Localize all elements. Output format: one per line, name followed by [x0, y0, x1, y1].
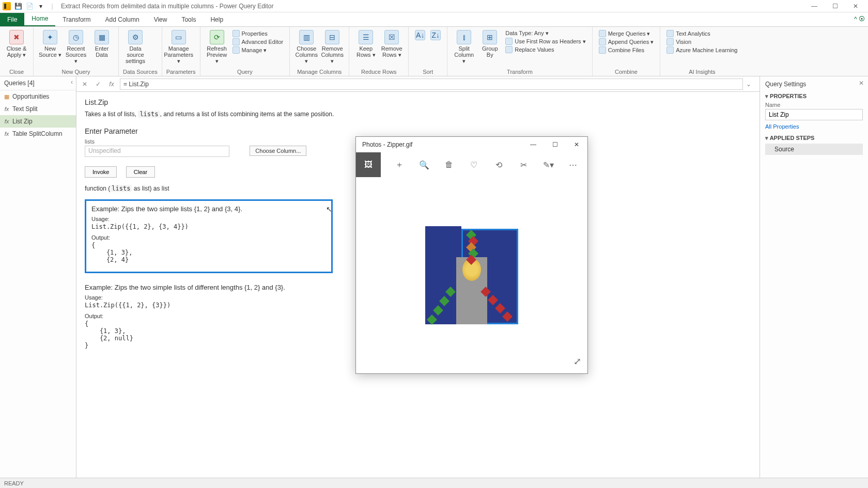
- tab-add-column[interactable]: Add Column: [98, 13, 147, 26]
- photos-favorite-icon[interactable]: ♡: [461, 152, 486, 177]
- qat-dropdown-icon[interactable]: ▾: [36, 2, 45, 11]
- photos-crop-icon[interactable]: ✂: [511, 152, 536, 177]
- sort-desc-button[interactable]: Z↓: [428, 29, 443, 42]
- queries-header-label: Queries [4]: [4, 80, 35, 87]
- tab-home[interactable]: Home: [24, 12, 55, 26]
- data-type-button[interactable]: Data Type: Any ▾: [505, 30, 585, 37]
- query-settings-close-icon[interactable]: ✕: [859, 80, 864, 87]
- photos-rotate-icon[interactable]: ⟲: [486, 152, 511, 177]
- step-source[interactable]: Source: [765, 144, 863, 155]
- photos-minimize-button[interactable]: —: [522, 137, 544, 152]
- name-input[interactable]: [765, 109, 863, 120]
- manage-parameters-label: ManageParameters ▾: [164, 45, 193, 64]
- data-source-settings-label: Data sourcesettings: [124, 45, 147, 64]
- all-properties-link[interactable]: All Properties: [765, 123, 863, 130]
- vision-button[interactable]: Vision: [667, 38, 737, 45]
- combine-files-button[interactable]: Combine Files: [599, 46, 654, 54]
- ribbon-collapse-icon[interactable]: ^ ⦿: [854, 15, 865, 23]
- merge-queries-button[interactable]: Merge Queries ▾: [599, 30, 654, 37]
- tab-transform[interactable]: Transform: [55, 13, 98, 26]
- group-query-label: Query: [205, 68, 286, 75]
- query-item-2[interactable]: fxList Zip: [0, 115, 76, 128]
- photos-more-icon[interactable]: ⋯: [561, 152, 585, 177]
- example-1-usage-label: Usage:: [91, 216, 326, 222]
- advanced-editor-button[interactable]: Advanced Editor: [233, 38, 284, 45]
- window-maximize-button[interactable]: ☐: [825, 0, 845, 12]
- query-item-3[interactable]: fxTable SplitColumn: [0, 128, 76, 140]
- title-bar: 💾 📄 ▾ | Extract Records from delimited d…: [0, 0, 868, 12]
- recent-sources-button[interactable]: ◷RecentSources ▾: [64, 29, 88, 65]
- photos-fullscreen-icon[interactable]: ⤢: [574, 356, 581, 367]
- properties-button[interactable]: Properties: [233, 30, 284, 37]
- properties-group-header[interactable]: PROPERTIES: [765, 93, 863, 100]
- save-icon[interactable]: 💾: [13, 2, 23, 11]
- doc-description: Takes a list of lists, lists, and return…: [85, 111, 751, 118]
- window-close-button[interactable]: ✕: [845, 0, 866, 12]
- undo-icon[interactable]: 📄: [25, 2, 34, 11]
- formula-fx-icon[interactable]: fx: [106, 79, 117, 89]
- example-1-output: { {1, 3}, {2, 4}: [91, 242, 326, 263]
- new-source-button[interactable]: ✦NewSource ▾: [38, 29, 63, 59]
- photos-delete-icon[interactable]: 🗑: [437, 152, 461, 177]
- example-1-title: Example: Zips the two simple lists {1, 2…: [91, 205, 326, 213]
- query-item-icon: fx: [3, 118, 10, 125]
- choose-columns-button[interactable]: ▥ChooseColumns ▾: [294, 29, 319, 65]
- photos-edit-icon[interactable]: ✎▾: [536, 152, 561, 177]
- close-apply-button[interactable]: ✖Close &Apply ▾: [4, 29, 29, 59]
- query-item-1[interactable]: fxText Split: [0, 103, 76, 115]
- split-column-button[interactable]: ⫿SplitColumn ▾: [452, 29, 476, 65]
- sort-asc-button[interactable]: A↓: [413, 29, 427, 42]
- photos-titlebar[interactable]: Photos - Zipper.gif — ☐ ✕: [356, 137, 587, 152]
- tab-file[interactable]: File: [0, 13, 24, 26]
- refresh-preview-button[interactable]: ⟳RefreshPreview ▾: [205, 29, 229, 65]
- query-item-0[interactable]: ▦Opportunities: [0, 90, 76, 103]
- manage-parameters-button[interactable]: ▭ManageParameters ▾: [166, 29, 191, 65]
- data-source-settings-button[interactable]: ⚙Data sourcesettings: [123, 29, 148, 65]
- query-item-icon: ▦: [3, 93, 10, 100]
- photos-window: Photos - Zipper.gif — ☐ ✕ 🖼 ＋ 🔍 🗑 ♡ ⟲ ✂ …: [355, 136, 588, 374]
- group-close-label: Close: [4, 68, 29, 75]
- remove-columns-button[interactable]: ⊟RemoveColumns ▾: [320, 29, 345, 65]
- photos-zoom-icon[interactable]: 🔍: [412, 152, 437, 177]
- queries-collapse-icon[interactable]: ‹: [71, 78, 73, 86]
- query-item-label: Table SplitColumn: [12, 130, 63, 137]
- photos-view-icon[interactable]: 🖼: [356, 152, 381, 177]
- remove-columns-label: RemoveColumns ▾: [321, 45, 344, 64]
- manage-query-button[interactable]: Manage ▾: [233, 46, 284, 54]
- param-input[interactable]: Unspecified: [85, 146, 229, 157]
- group-combine-label: Combine: [597, 68, 656, 75]
- photos-maximize-button[interactable]: ☐: [544, 137, 566, 152]
- group-sort-label: Sort: [413, 68, 443, 75]
- photos-close-button[interactable]: ✕: [566, 137, 587, 152]
- remove-rows-button[interactable]: ☒RemoveRows ▾: [379, 29, 404, 59]
- tab-view[interactable]: View: [147, 13, 175, 26]
- formula-expand-icon[interactable]: ⌄: [746, 81, 756, 88]
- sig-code: lists: [110, 185, 132, 192]
- merge-queries-label: Merge Queries ▾: [608, 30, 650, 37]
- window-minimize-button[interactable]: —: [804, 0, 825, 12]
- query-item-label: Opportunities: [12, 93, 49, 100]
- text-analytics-label: Text Analytics: [676, 30, 710, 37]
- clear-button[interactable]: Clear: [126, 166, 155, 178]
- choose-column-button[interactable]: Choose Column...: [250, 146, 306, 156]
- first-row-headers-button[interactable]: Use First Row as Headers ▾: [505, 38, 585, 45]
- example-1-output-label: Output:: [91, 234, 326, 241]
- combine-files-label: Combine Files: [608, 47, 644, 53]
- replace-values-button[interactable]: Replace Values: [505, 46, 585, 53]
- formula-cancel-icon[interactable]: ✕: [80, 79, 90, 89]
- azure-ml-button[interactable]: Azure Machine Learning: [667, 46, 737, 54]
- enter-data-button[interactable]: ▦EnterData: [89, 29, 114, 59]
- invoke-button[interactable]: Invoke: [85, 166, 117, 178]
- tab-help[interactable]: Help: [203, 13, 230, 26]
- append-queries-button[interactable]: Append Queries ▾: [599, 38, 654, 45]
- applied-steps-header[interactable]: APPLIED STEPS: [765, 135, 863, 141]
- text-analytics-button[interactable]: Text Analytics: [667, 30, 737, 37]
- ribbon: ✖Close &Apply ▾ Close ✦NewSource ▾ ◷Rece…: [0, 27, 868, 76]
- first-row-headers-label: Use First Row as Headers ▾: [515, 38, 585, 45]
- formula-input[interactable]: [120, 78, 743, 90]
- photos-add-icon[interactable]: ＋: [387, 152, 412, 177]
- tab-tools[interactable]: Tools: [174, 13, 203, 26]
- formula-commit-icon[interactable]: ✓: [93, 79, 103, 89]
- group-by-button[interactable]: ⊞GroupBy: [477, 29, 502, 59]
- keep-rows-button[interactable]: ☰KeepRows ▾: [353, 29, 378, 59]
